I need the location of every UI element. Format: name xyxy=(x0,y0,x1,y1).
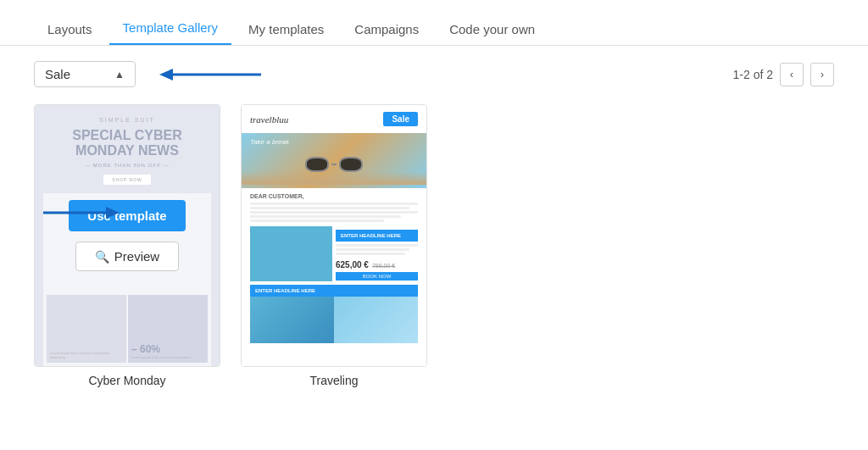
preview-button[interactable]: 🔍 Preview xyxy=(75,242,179,271)
tab-layouts[interactable]: Layouts xyxy=(34,14,106,45)
tr-headline-box: ENTER HEADLINE HERE xyxy=(336,230,418,242)
tr-text-lines xyxy=(250,203,418,222)
template-gallery: SIMPLE SUIT SPECIAL CYBER MONDAY NEWS — … xyxy=(0,104,868,387)
tr-price: 625,00 € xyxy=(336,260,369,269)
card-frame-traveling: travelbluu Sale Take a break xyxy=(241,104,427,367)
traveling-preview: travelbluu Sale Take a break xyxy=(242,105,426,366)
card-label-cyber-monday: Cyber Monday xyxy=(88,374,165,387)
tr-footer-left xyxy=(250,297,334,343)
tab-template-gallery[interactable]: Template Gallery xyxy=(109,12,232,45)
tr-body: DEAR CUSTOMER, ENTER HEADLINE HERE xyxy=(242,188,426,366)
tr-sale-badge: Sale xyxy=(383,112,418,126)
dropdown-label: Sale xyxy=(45,67,108,81)
template-card-traveling[interactable]: travelbluu Sale Take a break xyxy=(241,104,427,387)
tr-logo: travelbluu xyxy=(250,114,288,125)
template-card-cyber-monday[interactable]: SIMPLE SUIT SPECIAL CYBER MONDAY NEWS — … xyxy=(34,104,220,387)
filter-left: Sale ▲ xyxy=(34,61,261,87)
pointer-arrow xyxy=(159,66,261,83)
filter-bar: Sale ▲ 1-2 of 2 ‹ › xyxy=(0,46,868,97)
tr-header: travelbluu Sale xyxy=(242,105,426,133)
tabs-bar: Layouts Template Gallery My templates Ca… xyxy=(0,0,868,46)
preview-label: Preview xyxy=(114,249,159,264)
card-hover-overlay: Use template 🔍 Preview xyxy=(35,105,220,366)
tab-my-templates[interactable]: My templates xyxy=(235,14,337,45)
card-label-traveling: Traveling xyxy=(309,374,358,387)
tr-hero: Take a break xyxy=(242,133,426,188)
tr-footer-right xyxy=(334,297,418,343)
tab-code-your-own[interactable]: Code your own xyxy=(436,14,548,45)
pagination: 1-2 of 2 ‹ › xyxy=(733,63,834,86)
tr-highlight-section: ENTER HEADLINE HERE 625,00 € 799,00 € BO… xyxy=(250,226,418,281)
sale-dropdown[interactable]: Sale ▲ xyxy=(34,61,136,87)
tr-bottom-banner: ENTER HEADLINE HERE xyxy=(250,285,418,297)
search-icon: 🔍 xyxy=(95,250,109,264)
tr-hero-text: Take a break xyxy=(250,138,289,146)
pagination-label: 1-2 of 2 xyxy=(733,68,773,81)
chevron-down-icon: ▲ xyxy=(114,69,125,81)
tr-old-price: 799,00 € xyxy=(372,263,395,269)
tab-campaigns[interactable]: Campaigns xyxy=(341,14,432,45)
pagination-next-button[interactable]: › xyxy=(810,63,834,86)
tr-dear-customer: DEAR CUSTOMER, xyxy=(250,193,418,199)
svg-marker-3 xyxy=(106,207,120,219)
tr-book-btn: BOOK NOW xyxy=(336,272,418,281)
svg-marker-1 xyxy=(159,69,173,81)
card-frame-cyber-monday: SIMPLE SUIT SPECIAL CYBER MONDAY NEWS — … xyxy=(34,104,220,367)
pagination-prev-button[interactable]: ‹ xyxy=(780,63,804,86)
tr-footer xyxy=(250,297,418,343)
overlay-arrow xyxy=(43,204,120,225)
